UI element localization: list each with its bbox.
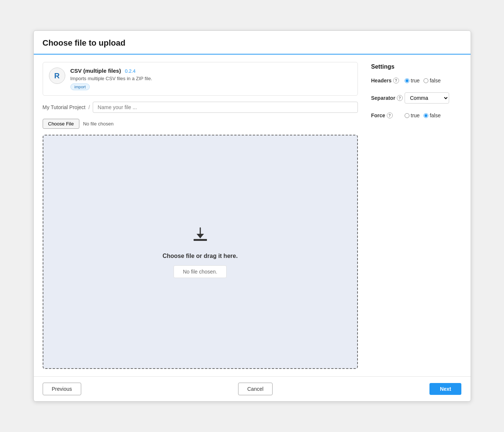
file-path-row: My Tutorial Project /: [43, 102, 358, 113]
drop-zone[interactable]: Choose file or drag it here. No file cho…: [43, 135, 358, 369]
separator-help-icon[interactable]: ?: [397, 95, 403, 101]
cancel-button[interactable]: Cancel: [238, 383, 273, 395]
main-area: R CSV (multiple files) 0.2.4 Imports mul…: [43, 62, 358, 369]
modal-header: Choose file to upload: [34, 31, 471, 55]
force-row: Force ? true false: [371, 112, 462, 118]
breadcrumb-separator: /: [88, 104, 90, 110]
headers-false-radio[interactable]: [424, 78, 428, 83]
force-false-option[interactable]: false: [424, 112, 441, 118]
headers-true-radio[interactable]: [405, 78, 409, 83]
next-button[interactable]: Next: [429, 383, 461, 395]
choose-file-button[interactable]: Choose File: [43, 119, 79, 129]
modal-body: R CSV (multiple files) 0.2.4 Imports mul…: [34, 55, 471, 376]
breadcrumb-project: My Tutorial Project: [43, 104, 86, 110]
footer-right: Next: [429, 383, 461, 395]
settings-title: Settings: [371, 63, 462, 70]
page-title: Choose file to upload: [43, 38, 462, 48]
force-label: Force ?: [371, 112, 405, 118]
headers-row: Headers ? true false: [371, 78, 462, 84]
settings-panel: Settings Headers ? true false: [365, 62, 462, 369]
no-file-chosen-label: No file chosen: [83, 121, 113, 127]
upload-icon: [191, 226, 209, 247]
modal-footer: Previous Cancel Next: [34, 376, 471, 401]
force-true-radio[interactable]: [405, 113, 409, 118]
plugin-description: Imports multiple CSV files in a ZIP file…: [70, 76, 152, 81]
plugin-info: R CSV (multiple files) 0.2.4 Imports mul…: [43, 62, 358, 96]
drop-zone-no-file: No file chosen.: [174, 265, 227, 278]
headers-label: Headers ?: [371, 78, 405, 84]
separator-row: Separator ? Comma Semicolon Tab Space: [371, 92, 462, 104]
plugin-name: CSV (multiple files): [70, 68, 121, 74]
force-radio-group: true false: [405, 112, 441, 118]
force-false-radio[interactable]: [424, 113, 428, 118]
drop-zone-text: Choose file or drag it here.: [162, 253, 238, 259]
separator-select[interactable]: Comma Semicolon Tab Space: [405, 92, 449, 104]
file-name-input[interactable]: [93, 102, 358, 113]
plugin-version: 0.2.4: [125, 68, 136, 74]
r-logo: R: [49, 68, 65, 84]
previous-button[interactable]: Previous: [43, 383, 81, 395]
headers-false-option[interactable]: false: [424, 78, 441, 84]
choose-file-row: Choose File No file chosen: [43, 119, 358, 129]
svg-rect-0: [194, 239, 207, 241]
modal: Choose file to upload R CSV (multiple fi…: [33, 30, 471, 402]
force-help-icon[interactable]: ?: [387, 112, 393, 118]
plugin-details: CSV (multiple files) 0.2.4 Imports multi…: [70, 68, 152, 90]
headers-radio-group: true false: [405, 78, 441, 84]
headers-help-icon[interactable]: ?: [393, 78, 399, 84]
import-badge: import: [70, 84, 90, 90]
force-true-option[interactable]: true: [405, 112, 420, 118]
footer-left: Previous: [43, 383, 81, 395]
separator-label: Separator ?: [371, 95, 405, 101]
footer-center: Cancel: [238, 383, 273, 395]
headers-true-option[interactable]: true: [405, 78, 420, 84]
